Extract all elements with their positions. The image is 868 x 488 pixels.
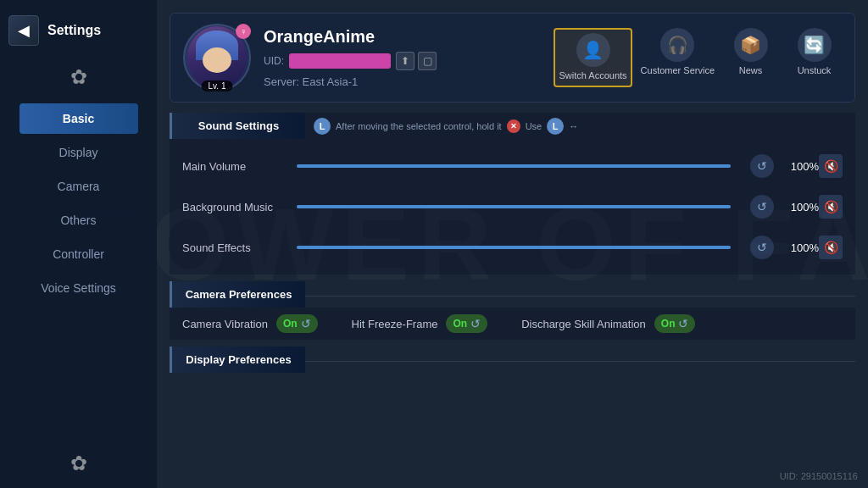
gender-icon: ♀ xyxy=(236,24,251,39)
quick-actions: 👤 Switch Accounts 🎧 Customer Service 📦 N… xyxy=(554,28,842,86)
sound-settings-header: Sound Settings xyxy=(170,113,305,139)
discharge-skill-toggle-icon: ↺ xyxy=(678,317,688,330)
unstuck-icon: 🔄 xyxy=(798,28,832,62)
quick-action-news[interactable]: 📦 News xyxy=(723,28,778,86)
avatar-level: Lv. 1 xyxy=(202,80,233,92)
sound-effects-label: Sound Effects xyxy=(182,241,284,254)
sound-settings-header-row: Sound Settings L After moving the select… xyxy=(170,113,855,139)
hit-freeze-frame-item: Hit Freeze-Frame On ↺ xyxy=(352,314,488,333)
customer-service-icon: 🎧 xyxy=(660,28,694,62)
camera-section-line xyxy=(305,296,855,297)
unstuck-label: Unstuck xyxy=(798,65,832,76)
profile-info: OrangeAnime UID: ⬆ ▢ Server: East Asia-1 xyxy=(264,27,541,88)
quick-action-unstuck[interactable]: 🔄 Unstuck xyxy=(787,28,842,86)
server-value: East Asia-1 xyxy=(303,75,359,88)
sound-effects-fill xyxy=(297,246,731,249)
uid-label: UID: xyxy=(264,55,284,67)
hit-freeze-frame-toggle-icon: ↺ xyxy=(470,317,481,330)
switch-accounts-icon: 👤 xyxy=(576,33,610,67)
hint-text: After moving the selected control, hold … xyxy=(336,121,502,131)
camera-vibration-item: Camera Vibration On ↺ xyxy=(182,314,318,333)
uid-row: UID: ⬆ ▢ xyxy=(264,52,541,70)
main-content: ♀ Lv. 1 OrangeAnime UID: ⬆ ▢ Server: Eas… xyxy=(157,0,868,488)
sound-effects-percentage: 100% xyxy=(781,241,819,254)
uid-value xyxy=(289,53,391,69)
display-header-row: Display Preferences xyxy=(170,347,855,373)
slider-section: Main Volume ↺ 100% 🔇 Background Music ↺ … xyxy=(170,139,855,274)
camera-preferences-header: Camera Preferences xyxy=(170,281,305,308)
hit-freeze-frame-toggle[interactable]: On ↺ xyxy=(446,314,487,333)
settings-header: ◀ Settings xyxy=(0,8,157,53)
main-volume-reset[interactable]: ↺ xyxy=(750,154,774,178)
main-volume-label: Main Volume xyxy=(182,160,284,173)
hint-arrow-text: ↔ xyxy=(569,121,578,131)
hint-use-text: Use xyxy=(526,121,542,131)
toggle-section: Camera Vibration On ↺ Hit Freeze-Frame O… xyxy=(170,308,855,340)
sound-settings-section: Sound Settings L After moving the select… xyxy=(170,113,855,274)
hint-l-badge: L xyxy=(314,118,331,135)
avatar-container: ♀ Lv. 1 xyxy=(183,24,251,92)
hint-l2-badge: L xyxy=(547,118,564,135)
joystick-icon-bottom: ✿ xyxy=(70,452,87,475)
sidebar: ◀ Settings ✿ Basic Display Camera Others… xyxy=(0,0,157,488)
main-volume-percentage: 100% xyxy=(781,160,819,173)
camera-vibration-value: On xyxy=(283,318,298,330)
discharge-skill-item: Discharge Skill Animation On ↺ xyxy=(521,314,695,333)
back-button[interactable]: ◀ xyxy=(8,15,39,46)
uid-icons: ⬆ ▢ xyxy=(396,52,437,70)
display-section-line xyxy=(305,361,855,362)
profile-card: ♀ Lv. 1 OrangeAnime UID: ⬆ ▢ Server: Eas… xyxy=(170,13,855,103)
sound-effects-mute[interactable]: 🔇 xyxy=(819,236,843,259)
camera-vibration-label: Camera Vibration xyxy=(182,318,268,330)
bottom-uid: UID: 29150015116 xyxy=(780,471,858,481)
background-music-percentage: 100% xyxy=(781,201,819,214)
discharge-skill-value: On xyxy=(661,318,676,330)
main-volume-fill xyxy=(297,164,731,168)
news-label: News xyxy=(739,65,763,76)
quick-action-switch-accounts[interactable]: 👤 Switch Accounts xyxy=(554,28,632,86)
main-volume-row: Main Volume ↺ 100% 🔇 xyxy=(182,146,843,186)
background-music-row: Background Music ↺ 100% 🔇 xyxy=(182,186,843,227)
sound-effects-track[interactable] xyxy=(297,246,731,249)
quick-action-customer-service[interactable]: 🎧 Customer Service xyxy=(641,28,715,86)
settings-title: Settings xyxy=(47,23,101,38)
news-icon: 📦 xyxy=(734,28,768,62)
hint-x-badge: ✕ xyxy=(507,119,520,133)
server-label: Server: xyxy=(264,75,299,88)
sound-effects-row: Sound Effects ↺ 100% 🔇 xyxy=(182,227,843,268)
background-music-track[interactable] xyxy=(297,205,731,208)
customer-service-label: Customer Service xyxy=(641,65,715,76)
uid-copy-button[interactable]: ⬆ xyxy=(396,52,415,70)
sound-effects-reset[interactable]: ↺ xyxy=(750,236,774,259)
discharge-skill-label: Discharge Skill Animation xyxy=(521,318,646,330)
display-preferences-section: Display Preferences xyxy=(170,347,855,373)
camera-vibration-toggle-icon: ↺ xyxy=(301,317,311,330)
camera-vibration-toggle[interactable]: On ↺ xyxy=(276,314,318,333)
joystick-icon-top: ✿ xyxy=(70,65,87,89)
background-music-reset[interactable]: ↺ xyxy=(750,195,774,219)
sidebar-item-basic[interactable]: Basic xyxy=(19,103,138,134)
background-music-label: Background Music xyxy=(182,201,284,214)
back-icon: ◀ xyxy=(18,21,30,40)
username: OrangeAnime xyxy=(264,27,541,47)
discharge-skill-toggle[interactable]: On ↺ xyxy=(654,314,696,333)
server-info: Server: East Asia-1 xyxy=(264,75,541,88)
sidebar-item-display[interactable]: Display xyxy=(19,137,138,168)
sidebar-item-others[interactable]: Others xyxy=(19,205,138,236)
uid-qr-button[interactable]: ▢ xyxy=(418,52,437,70)
sidebar-item-camera[interactable]: Camera xyxy=(19,171,138,202)
main-volume-mute[interactable]: 🔇 xyxy=(819,154,843,178)
background-music-mute[interactable]: 🔇 xyxy=(819,195,843,219)
main-volume-track[interactable] xyxy=(297,164,731,168)
background-music-fill xyxy=(297,205,731,208)
sidebar-item-controller[interactable]: Controller xyxy=(19,239,138,269)
hit-freeze-frame-value: On xyxy=(453,318,467,330)
camera-header-row: Camera Preferences xyxy=(170,281,855,308)
camera-preferences-section: Camera Preferences Camera Vibration On ↺… xyxy=(170,281,855,340)
sidebar-item-voice-settings[interactable]: Voice Settings xyxy=(19,273,138,303)
switch-accounts-label: Switch Accounts xyxy=(559,70,626,81)
hit-freeze-frame-label: Hit Freeze-Frame xyxy=(352,318,438,330)
display-preferences-header: Display Preferences xyxy=(170,347,305,373)
